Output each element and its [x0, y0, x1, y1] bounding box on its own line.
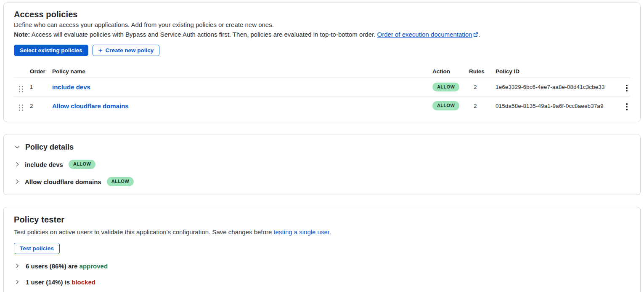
access-policies-description: Define who can access your applications.…	[14, 20, 630, 29]
policy-rules-count: 2	[469, 103, 496, 109]
tester-result-approved[interactable]: 6 users (86%) are approved	[14, 260, 630, 271]
chevron-down-icon	[14, 144, 21, 150]
policy-detail-item[interactable]: Allow cloudflare domains ALLOW	[14, 176, 630, 187]
policy-rules-count: 2	[469, 84, 496, 90]
policy-details-title: Policy details	[25, 142, 74, 153]
policy-name-link[interactable]: include devs	[52, 83, 90, 91]
result-text: 6 users (86%) are approved	[26, 263, 108, 270]
drag-handle-icon[interactable]	[19, 86, 23, 92]
create-new-policy-label: Create new policy	[106, 47, 154, 54]
kebab-menu-icon[interactable]	[623, 102, 630, 112]
chevron-right-icon	[14, 161, 21, 168]
policies-table-header: Order Policy name Action Rules Policy ID	[14, 65, 630, 78]
plus-icon: +	[98, 47, 103, 54]
policy-buttons-row: Select existing policies + Create new po…	[14, 45, 630, 56]
column-header-policy-name: Policy name	[52, 68, 432, 75]
note-text: Access will evaluate policies with Bypas…	[30, 31, 377, 38]
policy-order: 2	[30, 103, 52, 109]
select-existing-policies-button[interactable]: Select existing policies	[14, 45, 88, 56]
policy-detail-item[interactable]: include devs ALLOW	[14, 159, 630, 170]
chevron-right-icon	[14, 263, 21, 269]
column-header-rules: Rules	[469, 68, 496, 75]
policy-detail-name: include devs	[25, 161, 63, 168]
access-policies-note: Note: Access will evaluate policies with…	[14, 29, 630, 40]
policy-tester-title: Policy tester	[14, 214, 630, 225]
tester-results: 6 users (86%) are approved 1 user (14%) …	[14, 260, 630, 287]
column-header-action: Action	[432, 68, 469, 75]
policy-details-toggle[interactable]: Policy details	[14, 142, 630, 153]
policy-order: 1	[30, 84, 52, 90]
note-suffix: .	[478, 31, 480, 38]
result-prefix: 1 user (14%) is	[26, 279, 72, 286]
test-policies-button[interactable]: Test policies	[14, 243, 60, 254]
table-row: 1 include devs ALLOW 2 1e6e3329-6bc6-4ee…	[14, 78, 630, 96]
policy-details-card: Policy details include devs ALLOW Allow …	[3, 134, 641, 195]
access-policies-title: Access policies	[14, 9, 630, 20]
status-approved: approved	[80, 263, 108, 270]
policy-detail-name: Allow cloudflare domains	[25, 178, 101, 185]
page: Access policies Define who can access yo…	[0, 0, 644, 292]
external-link-icon[interactable]	[473, 30, 478, 40]
tester-result-blocked[interactable]: 1 user (14%) is blocked	[14, 276, 630, 287]
policy-id: 1e6e3329-6bc6-4ee7-aa8e-08d41c3cbe33	[496, 84, 623, 90]
policy-tester-description: Test policies on active users to validat…	[14, 227, 630, 237]
testing-single-user-link[interactable]: testing a single user.	[273, 228, 331, 236]
tester-description-text: Test policies on active users to validat…	[14, 228, 273, 236]
result-prefix: 6 users (86%) are	[26, 263, 80, 270]
result-text: 1 user (14%) is blocked	[26, 279, 95, 286]
chevron-right-icon	[14, 279, 21, 285]
policy-tester-card: Policy tester Test policies on active us…	[3, 207, 641, 292]
table-row: 2 Allow cloudflare domains ALLOW 2 015da…	[14, 96, 630, 115]
action-badge: ALLOW	[432, 101, 459, 110]
access-policies-card: Access policies Define who can access yo…	[3, 3, 641, 122]
column-header-policy-id: Policy ID	[496, 68, 623, 75]
policy-name-link[interactable]: Allow cloudflare domains	[52, 102, 129, 110]
kebab-menu-icon[interactable]	[623, 83, 630, 94]
status-blocked: blocked	[72, 279, 95, 286]
action-badge: ALLOW	[69, 160, 95, 169]
drag-handle-icon[interactable]	[19, 104, 23, 111]
chevron-right-icon	[14, 178, 21, 185]
action-badge: ALLOW	[107, 177, 134, 186]
policy-id: 015da58e-8135-49a1-9a6f-0cc8aeeb37a9	[496, 103, 623, 109]
action-badge: ALLOW	[432, 83, 459, 91]
policies-table: Order Policy name Action Rules Policy ID…	[14, 65, 630, 122]
column-header-order: Order	[30, 68, 52, 75]
note-label: Note:	[14, 31, 30, 38]
order-of-execution-link[interactable]: Order of execution documentation	[377, 31, 472, 38]
create-new-policy-button[interactable]: + Create new policy	[93, 45, 160, 56]
